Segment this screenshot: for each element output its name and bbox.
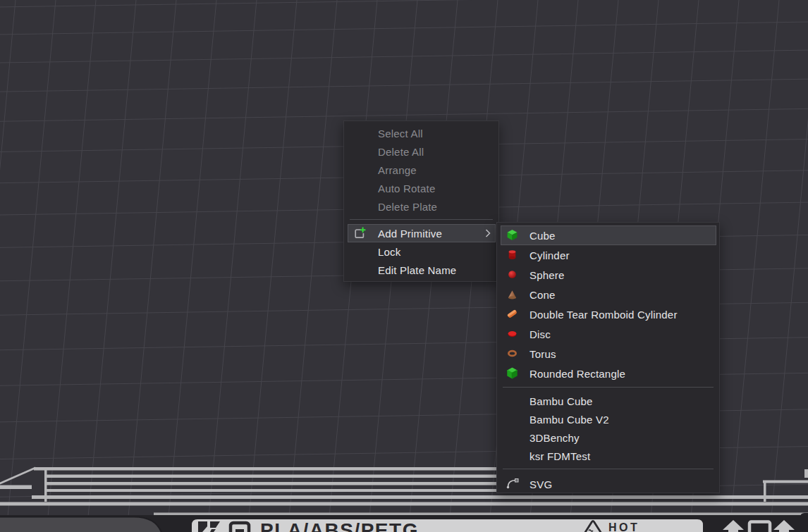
menu-item-cylinder[interactable]: Cylinder <box>497 245 719 265</box>
menu-item-cone[interactable]: Cone <box>497 285 719 304</box>
plate-hot-label: HOT <box>608 521 639 532</box>
menu-item-add-primitive[interactable]: Add Primitive <box>344 224 498 242</box>
menu-item-ksr-fdmtest[interactable]: ksr FDMTest <box>497 447 719 465</box>
menu-item-sphere[interactable]: Sphere <box>497 265 719 285</box>
menu-item-rounded-rectangle[interactable]: Rounded Rectangle <box>497 364 719 383</box>
menu-item-arrange[interactable]: Arrange <box>344 161 498 179</box>
plate-handle-left <box>0 517 164 532</box>
plate-context-menu: Select All Delete All Arrange Auto Rotat… <box>343 120 499 282</box>
menu-item-svg[interactable]: SVG <box>497 474 719 495</box>
chevron-right-icon <box>485 229 491 237</box>
menu-item-cube[interactable]: Cube <box>497 225 719 245</box>
menu-item-delete-plate[interactable]: Delete Plate <box>344 197 498 216</box>
menu-item-delete-all[interactable]: Delete All <box>344 142 498 161</box>
menu-item-bambu-cube[interactable]: Bambu Cube <box>497 392 719 410</box>
add-primitive-submenu: Cube Cylinder Sphere Cone <box>496 222 720 493</box>
menu-item-disc[interactable]: Disc <box>497 324 719 344</box>
plate-handle-right <box>800 513 808 532</box>
menu-item-torus[interactable]: Torus <box>497 344 719 364</box>
menu-item-double-tear-romboid-cylinder[interactable]: Double Tear Romboid Cylinder <box>497 304 719 324</box>
menu-item-edit-plate-name[interactable]: Edit Plate Name <box>344 261 498 279</box>
menu-item-select-all[interactable]: Select All <box>344 124 498 142</box>
plate-material-label: PLA/ABS/PETG <box>260 519 419 532</box>
menu-item-3dbenchy[interactable]: 3DBenchy <box>497 428 719 447</box>
menu-item-bambu-cube-v2[interactable]: Bambu Cube V2 <box>497 410 719 428</box>
menu-separator <box>350 219 493 220</box>
menu-separator <box>503 469 714 469</box>
menu-item-auto-rotate[interactable]: Auto Rotate <box>344 179 498 197</box>
menu-separator <box>503 387 714 388</box>
plate-bottom-line <box>154 513 808 516</box>
menu-item-lock[interactable]: Lock <box>344 242 498 261</box>
